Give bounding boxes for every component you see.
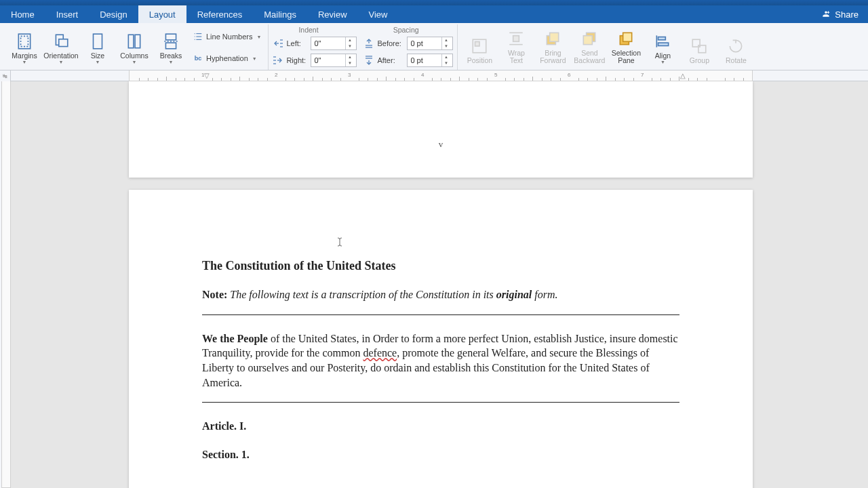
tab-home[interactable]: Home bbox=[0, 5, 45, 23]
spinner-down[interactable]: ▼ bbox=[346, 60, 353, 66]
wrap-text-icon bbox=[507, 29, 526, 48]
tab-review[interactable]: Review bbox=[307, 5, 358, 23]
divider bbox=[202, 314, 679, 315]
wrap-text-button: Wrap Text bbox=[498, 26, 534, 66]
spacing-after-label: After: bbox=[377, 56, 404, 64]
indent-left-input[interactable] bbox=[311, 37, 345, 49]
breaks-icon bbox=[161, 32, 180, 51]
chevron-down-icon: ▼ bbox=[252, 56, 257, 61]
columns-button[interactable]: Columns ▼ bbox=[117, 26, 152, 66]
position-button: Position bbox=[462, 26, 497, 66]
orientation-button[interactable]: Orientation ▼ bbox=[43, 26, 79, 66]
svg-rect-5 bbox=[128, 35, 134, 48]
ruler-tick: 4 bbox=[421, 72, 424, 78]
group-paragraph: Indent Spacing Left: ▲▼ bbox=[269, 24, 458, 70]
ruler-tick: 3 bbox=[348, 72, 351, 78]
tab-mailings[interactable]: Mailings bbox=[253, 5, 307, 23]
ribbon: Margins ▼ Orientation ▼ Size ▼ bbox=[0, 23, 868, 70]
spinner-down[interactable]: ▼ bbox=[346, 43, 353, 49]
spellcheck-underline[interactable]: defence bbox=[363, 347, 397, 359]
hyphenation-button[interactable]: bc Hyphenation ▼ bbox=[190, 52, 264, 65]
share-label: Share bbox=[835, 9, 859, 20]
title-bar bbox=[0, 0, 868, 5]
selection-pane-icon bbox=[616, 29, 635, 48]
svg-rect-38 bbox=[584, 36, 593, 45]
chevron-down-icon: ▼ bbox=[256, 35, 261, 39]
document-content[interactable]: The Constitution of the United States No… bbox=[202, 258, 679, 462]
tab-layout[interactable]: Layout bbox=[138, 5, 186, 23]
ruler-tick: 6 bbox=[568, 72, 570, 78]
indent-left-icon bbox=[273, 38, 283, 49]
indent-marker-right[interactable]: △ bbox=[680, 72, 686, 79]
tab-design[interactable]: Design bbox=[89, 5, 138, 23]
page-previous[interactable]: v bbox=[129, 81, 753, 178]
spinner-up[interactable]: ▲ bbox=[442, 54, 450, 60]
page-marker: v bbox=[439, 139, 443, 150]
spinner-up[interactable]: ▲ bbox=[442, 37, 450, 43]
spacing-before-icon bbox=[363, 38, 374, 49]
svg-rect-32 bbox=[513, 36, 519, 42]
group-button: Group bbox=[682, 26, 717, 66]
svg-rect-3 bbox=[59, 39, 68, 47]
spinner-up[interactable]: ▲ bbox=[346, 54, 353, 60]
size-button[interactable]: Size ▼ bbox=[80, 26, 115, 66]
tab-references[interactable]: References bbox=[186, 5, 253, 23]
share-button[interactable]: Share bbox=[812, 5, 868, 23]
chevron-down-icon: ▼ bbox=[59, 60, 64, 65]
text-cursor-icon bbox=[336, 237, 343, 247]
align-icon bbox=[653, 32, 672, 51]
spinner-up[interactable]: ▲ bbox=[346, 37, 353, 43]
margins-button[interactable]: Margins ▼ bbox=[7, 26, 42, 66]
tab-view[interactable]: View bbox=[358, 5, 399, 23]
selection-pane-button[interactable]: Selection Pane bbox=[608, 26, 644, 66]
position-icon bbox=[470, 37, 489, 56]
chevron-down-icon: ▼ bbox=[169, 60, 174, 65]
document-workspace[interactable]: v The Constitution of the United States … bbox=[0, 81, 868, 488]
svg-rect-42 bbox=[658, 37, 666, 39]
svg-rect-31 bbox=[475, 42, 480, 47]
indent-marker-left[interactable]: ▽ bbox=[204, 72, 210, 79]
align-button[interactable]: Align ▼ bbox=[645, 26, 680, 66]
margins-icon bbox=[15, 32, 34, 51]
indent-right-icon bbox=[273, 55, 283, 66]
indent-right-input[interactable] bbox=[311, 54, 345, 66]
spacing-after-icon bbox=[363, 55, 374, 66]
send-backward-button: Send Backward bbox=[572, 26, 607, 66]
doc-article: Article. I. bbox=[202, 419, 679, 434]
group-icon bbox=[690, 37, 709, 56]
svg-rect-36 bbox=[550, 33, 559, 41]
indent-left-label: Left: bbox=[286, 39, 308, 47]
doc-note: Note: The following text is a transcript… bbox=[202, 287, 679, 302]
orientation-icon bbox=[52, 32, 71, 51]
spacing-after-spinner[interactable]: ▲▼ bbox=[407, 54, 453, 67]
breaks-button[interactable]: Breaks ▼ bbox=[153, 26, 189, 66]
vertical-ruler[interactable] bbox=[0, 81, 11, 488]
chevron-down-icon: ▼ bbox=[132, 60, 137, 65]
spacing-before-input[interactable] bbox=[408, 37, 441, 49]
line-numbers-button[interactable]: Line Numbers ▼ bbox=[190, 30, 264, 43]
send-backward-icon bbox=[580, 29, 599, 48]
bring-forward-button: Bring Forward bbox=[535, 26, 570, 66]
svg-rect-7 bbox=[165, 34, 176, 40]
rotate-button: Rotate bbox=[718, 26, 753, 66]
chevron-down-icon: ▼ bbox=[660, 60, 665, 65]
line-numbers-icon bbox=[193, 31, 203, 42]
doc-title: The Constitution of the United States bbox=[202, 258, 679, 274]
svg-rect-40 bbox=[623, 33, 632, 41]
svg-rect-1 bbox=[21, 36, 28, 46]
tab-insert[interactable]: Insert bbox=[45, 5, 90, 23]
spinner-down[interactable]: ▼ bbox=[442, 60, 450, 66]
indent-left-spinner[interactable]: ▲▼ bbox=[311, 37, 357, 50]
share-icon bbox=[821, 9, 831, 20]
spacing-after-input[interactable] bbox=[408, 54, 441, 66]
indent-right-spinner[interactable]: ▲▼ bbox=[311, 54, 357, 67]
chevron-down-icon: ▼ bbox=[96, 60, 100, 65]
spacing-before-spinner[interactable]: ▲▼ bbox=[407, 37, 453, 50]
group-page-setup: Margins ▼ Orientation ▼ Size ▼ bbox=[3, 24, 269, 70]
spinner-down[interactable]: ▼ bbox=[442, 43, 450, 49]
page-current[interactable]: The Constitution of the United States No… bbox=[129, 190, 753, 488]
columns-icon bbox=[125, 32, 144, 51]
ruler-corner: ↹ bbox=[0, 70, 11, 81]
horizontal-ruler[interactable]: 1234567 ▽ △ bbox=[129, 70, 753, 81]
ruler-tick: 7 bbox=[641, 72, 644, 78]
